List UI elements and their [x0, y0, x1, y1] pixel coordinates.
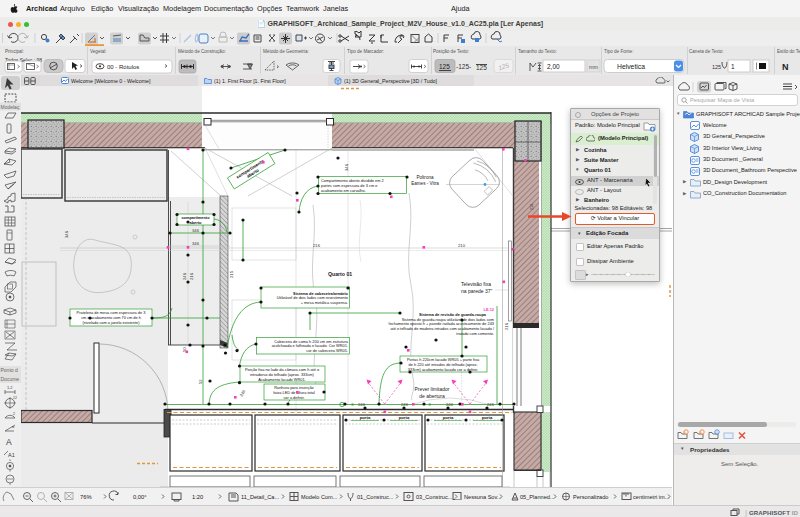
svg-text:216: 216: [530, 204, 534, 210]
svg-text:125: 125: [439, 63, 450, 70]
svg-text:03_Construc...: 03_Construc...: [416, 494, 453, 500]
svg-text:Docume: Docume: [1, 376, 20, 382]
svg-text:cor de cabeceira WR05.: cor de cabeceira WR05.: [306, 348, 348, 353]
svg-text:01_Construc...: 01_Construc...: [357, 494, 394, 500]
svg-text:Ponto d: Ponto d: [1, 367, 18, 373]
svg-text:246: 246: [446, 402, 454, 407]
svg-text:346: 346: [64, 230, 69, 238]
svg-text:porta: porta: [360, 415, 371, 420]
svg-text:α: α: [12, 424, 15, 429]
svg-text:0,00°: 0,00°: [133, 494, 147, 500]
svg-text:Nessuna Sov...: Nessuna Sov...: [464, 494, 502, 500]
svg-text:1.2: 1.2: [7, 385, 13, 390]
svg-text:12: 12: [13, 396, 17, 400]
svg-text:246: 246: [401, 402, 409, 407]
svg-text:Eames - Vitra: Eames - Vitra: [411, 181, 439, 186]
svg-text:A: A: [6, 437, 12, 447]
svg-text:246: 246: [358, 402, 366, 407]
svg-text:(nivelado com a janela existen: (nivelado com a janela existente): [83, 320, 141, 325]
svg-text:76%: 76%: [80, 494, 92, 500]
svg-text:210: 210: [458, 243, 466, 248]
svg-text:11_Detail_Ca...: 11_Detail_Ca...: [241, 494, 280, 500]
svg-text:de abertura: de abertura: [419, 393, 445, 399]
svg-text:216: 216: [189, 272, 194, 280]
svg-text:346: 346: [192, 241, 200, 246]
svg-text:centimetri im...: centimetri im...: [633, 494, 670, 500]
svg-text:cor a definir.: cor a definir.: [283, 395, 304, 400]
svg-text:05_Planned...: 05_Planned...: [520, 494, 555, 500]
svg-text:Personalizado: Personalizado: [573, 494, 608, 500]
svg-text:Acabamento lacado WR01.: Acabamento lacado WR01.: [258, 377, 305, 382]
svg-text:125: 125: [712, 64, 721, 70]
svg-text:tratado com cemento.: tratado com cemento.: [456, 331, 494, 336]
svg-text:1:20: 1:20: [192, 494, 203, 500]
svg-text:-125-: -125-: [456, 63, 471, 70]
svg-text:Quarto 01: Quarto 01: [328, 271, 352, 277]
svg-text:na parede 37": na parede 37": [461, 288, 492, 294]
svg-text:Modelo Com...: Modelo Com...: [301, 494, 338, 500]
svg-text:porta: porta: [443, 415, 454, 420]
svg-text:216: 216: [313, 243, 321, 248]
svg-text:aberto: aberto: [190, 220, 203, 225]
svg-text:00 - Rótulos: 00 - Rótulos: [107, 63, 139, 69]
svg-text:porta: porta: [482, 415, 493, 420]
svg-text:2: 2: [13, 412, 15, 416]
svg-text:216: 216: [504, 322, 509, 330]
svg-text:346: 346: [192, 228, 200, 233]
svg-text:porta: porta: [399, 415, 410, 420]
svg-text:346: 346: [344, 163, 349, 171]
svg-text:246: 246: [487, 402, 495, 407]
svg-text:246: 246: [182, 272, 187, 280]
svg-text:acabamento em carvalho.: acabamento em carvalho.: [321, 188, 366, 193]
svg-text:333cm) acabamento lacado cor a: 333cm) acabamento lacado cor a definir.: [408, 367, 478, 372]
svg-text:+ mesa metálica suspensa.: + mesa metálica suspensa.: [301, 300, 348, 305]
svg-text:Televisão fixa: Televisão fixa: [461, 281, 491, 287]
svg-text:Poltrona: Poltrona: [416, 175, 434, 180]
svg-text:1: 1: [731, 62, 735, 69]
svg-text:Prever limitador: Prever limitador: [414, 386, 449, 392]
svg-text:Helvetica: Helvetica: [617, 63, 645, 70]
svg-text:A1: A1: [8, 452, 15, 458]
svg-text:mm: mm: [589, 63, 599, 69]
svg-text:Modelaç: Modelaç: [1, 104, 20, 110]
svg-text:2,00: 2,00: [547, 62, 560, 69]
svg-text:215: 215: [229, 270, 234, 278]
svg-text:N: N: [782, 62, 789, 72]
svg-text:52: 52: [198, 379, 203, 384]
svg-text:125: 125: [476, 64, 487, 71]
